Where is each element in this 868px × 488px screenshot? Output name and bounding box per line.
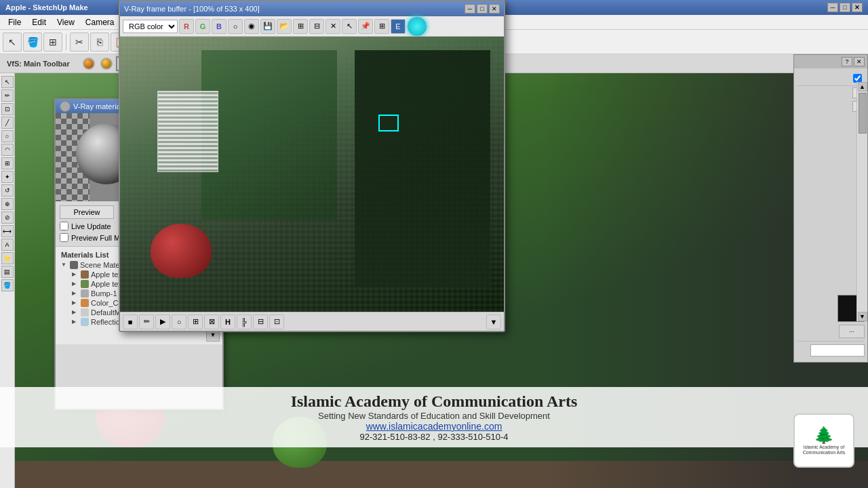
- tool-select[interactable]: ↖: [3, 33, 22, 52]
- vray-open-btn[interactable]: 📂: [277, 19, 292, 34]
- left-rect[interactable]: ⊡: [1, 103, 14, 115]
- vray-bottom-b7[interactable]: ⊡: [269, 314, 284, 329]
- logo-tree-icon: 🌲: [814, 426, 834, 445]
- arrow-cc16: ▶: [72, 300, 79, 306]
- scrollbar-up[interactable]: ▲: [858, 82, 867, 92]
- vray-pin-btn[interactable]: 📌: [358, 19, 373, 34]
- right-panel-content: ▲ ▼ ··· ▲ ▼: [794, 68, 867, 362]
- tool-paint[interactable]: 🪣: [23, 33, 42, 52]
- vray-circle-btn[interactable]: ○: [228, 19, 243, 34]
- menu-camera[interactable]: Camera: [80, 16, 120, 28]
- minimize-btn[interactable]: ─: [827, 3, 838, 12]
- scene-materials-icon: [70, 261, 78, 269]
- dots-button[interactable]: ···: [839, 325, 865, 338]
- watermark-url: www.islamicacademyonline.com: [0, 421, 868, 432]
- live-update-checkbox[interactable]: [60, 222, 68, 230]
- color-swatch-area: [797, 295, 865, 322]
- vray-frame-buffer: V-Ray frame buffer - [100% of 533 x 400]…: [119, 0, 505, 332]
- menu-edit[interactable]: Edit: [26, 16, 52, 28]
- dots-btn-area: ···: [797, 325, 865, 338]
- render-red-obj: [151, 224, 212, 278]
- vray-bottom-b6[interactable]: ⊟: [253, 314, 268, 329]
- vray-exposure-btn[interactable]: E: [391, 19, 406, 34]
- logo-corner: 🌲 Islamic Academy of Communication Arts: [793, 413, 854, 468]
- left-text[interactable]: A: [1, 239, 14, 251]
- vray-grid-btn[interactable]: ⊞: [374, 19, 389, 34]
- arrow-at2: ▶: [72, 271, 79, 278]
- vray-bottom-expand[interactable]: ▼: [486, 314, 501, 329]
- left-arc[interactable]: ◠: [1, 144, 14, 156]
- scrollbar-track[interactable]: [858, 92, 867, 312]
- vray-g-btn[interactable]: G: [195, 19, 210, 34]
- vray-sphere-icon[interactable]: [81, 56, 97, 72]
- render-current-block: [378, 115, 399, 131]
- close-btn[interactable]: ✕: [852, 3, 863, 12]
- vray-r-btn[interactable]: R: [179, 19, 194, 34]
- preview-button[interactable]: Preview: [60, 205, 114, 219]
- right-panel-bottom: ··· ▲ ▼: [797, 113, 865, 359]
- arrow-atg: ▶: [72, 281, 79, 287]
- vray-bottom-btn2[interactable]: ✏: [139, 314, 154, 329]
- label-b1: Bump-1: [91, 289, 117, 298]
- scrollbar-thumb[interactable]: [859, 93, 867, 134]
- tool-copy[interactable]: ⎘: [90, 33, 109, 52]
- icon-b1: [81, 289, 89, 298]
- right-panel-input-area: [797, 344, 865, 357]
- left-paint[interactable]: 🪣: [1, 279, 14, 291]
- color-mode-select[interactable]: RGB color: [123, 20, 178, 33]
- vray-cursor-btn[interactable]: ↖: [342, 19, 357, 34]
- left-draw[interactable]: ✏: [1, 89, 14, 102]
- right-panel-divider2: [797, 341, 865, 342]
- vray-bottom-b5[interactable]: ╠: [237, 314, 252, 329]
- left-axis[interactable]: ⭐: [1, 252, 14, 264]
- left-circle[interactable]: ○: [1, 130, 14, 142]
- left-rotate[interactable]: ↺: [1, 184, 14, 197]
- left-line[interactable]: ╱: [1, 117, 14, 129]
- scroll-down-area2: ▼: [797, 101, 865, 112]
- tool-cut[interactable]: ✂: [70, 33, 89, 52]
- right-panel-close[interactable]: ✕: [854, 57, 865, 66]
- vray-bottom-b4[interactable]: ⊠: [204, 314, 219, 329]
- left-select[interactable]: ↖: [1, 76, 14, 88]
- vray-title: V-Ray frame buffer - [100% of 533 x 400]: [124, 5, 463, 13]
- right-side-panel: ? ✕ ▲ ▼ ···: [793, 54, 868, 363]
- vray-bottom-h[interactable]: H: [220, 314, 235, 329]
- tool-component[interactable]: ⊞: [43, 33, 62, 52]
- left-tape[interactable]: ⟷: [1, 225, 14, 237]
- scrollbar-down[interactable]: ▼: [858, 312, 867, 321]
- preview-full-checkbox[interactable]: [60, 233, 68, 242]
- icon-at2: [81, 270, 89, 279]
- live-update-label: Live Update: [71, 222, 111, 230]
- vray-mat-icon[interactable]: [98, 56, 115, 72]
- vray-compare-btn[interactable]: ⊟: [309, 19, 324, 34]
- left-scale[interactable]: ⊕: [1, 198, 14, 210]
- vray-render-active-btn[interactable]: [407, 16, 427, 37]
- left-section[interactable]: ▤: [1, 266, 14, 278]
- vray-save-btn[interactable]: 💾: [260, 19, 275, 34]
- left-offset[interactable]: ⊘: [1, 211, 14, 224]
- vray-cross-btn[interactable]: ✕: [326, 19, 340, 34]
- watermark: Islamic Academy of Communication Arts Se…: [0, 387, 868, 447]
- vray-bottom-b3[interactable]: ⊞: [188, 314, 203, 329]
- watermark-subtitle: Setting New Standards of Education and S…: [0, 411, 868, 421]
- vray-box-btn[interactable]: ⊞: [293, 19, 308, 34]
- right-panel-question[interactable]: ?: [842, 57, 852, 66]
- vray-bottom-circle[interactable]: ○: [172, 314, 186, 329]
- right-panel-text-input[interactable]: [810, 344, 865, 357]
- vray-b-btn[interactable]: B: [212, 19, 226, 34]
- vray-bottom-arrow[interactable]: ▶: [155, 314, 170, 329]
- vray-minimize-btn[interactable]: ─: [465, 4, 475, 14]
- vray-maximize-btn[interactable]: □: [477, 4, 488, 14]
- left-push[interactable]: ⊞: [1, 157, 14, 169]
- arrow-rm: ▶: [72, 319, 79, 325]
- mat-editor-icon: [60, 101, 71, 112]
- sep1: [66, 34, 66, 50]
- vray-close-btn[interactable]: ✕: [489, 4, 500, 14]
- right-panel-scrollbar[interactable]: ▲ ▼: [856, 82, 867, 321]
- maximize-btn[interactable]: □: [840, 3, 850, 12]
- vray-sphere-btn[interactable]: ◉: [244, 19, 259, 34]
- vray-bottom-btn1[interactable]: ■: [123, 314, 138, 329]
- left-move[interactable]: ✦: [1, 171, 14, 183]
- menu-view[interactable]: View: [52, 16, 80, 28]
- menu-file[interactable]: File: [3, 16, 26, 28]
